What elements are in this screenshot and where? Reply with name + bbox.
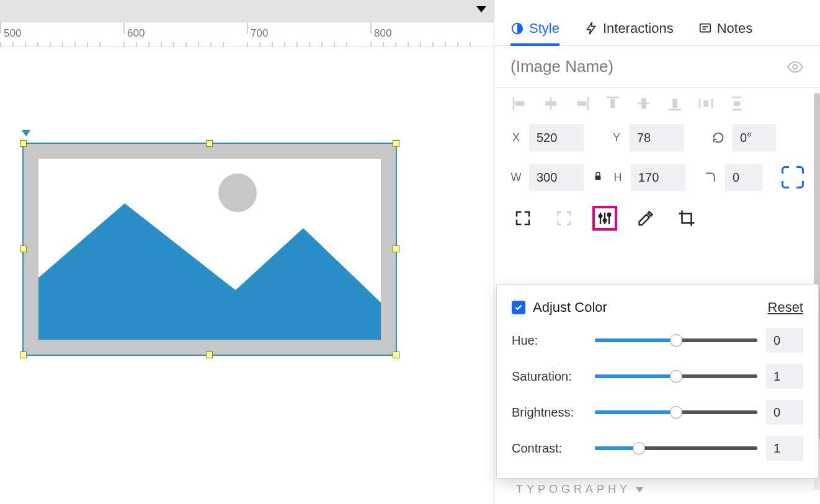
svg-rect-8 [577, 101, 587, 106]
tab-notes[interactable]: Notes [698, 11, 752, 45]
brightness-label: Brightness: [512, 405, 586, 420]
horizontal-ruler: 500 600 700 800 [0, 22, 494, 47]
svg-rect-18 [733, 97, 742, 99]
resize-handle-top-right[interactable] [393, 140, 399, 147]
brightness-row: Brightness: 0 [512, 400, 803, 425]
reset-button[interactable]: Reset [768, 299, 803, 316]
contrast-slider[interactable] [595, 442, 757, 454]
resize-handle-bottom-middle[interactable] [206, 351, 213, 358]
brightness-slider[interactable] [595, 406, 757, 418]
toolbar-dropdown-caret-icon[interactable] [476, 6, 486, 12]
distribute-h-icon[interactable] [697, 94, 715, 113]
lightning-icon [584, 22, 598, 35]
hue-slider[interactable] [595, 334, 757, 347]
resize-handle-middle-right[interactable] [393, 245, 399, 252]
inspector-tabs: Style Interactions Notes [494, 0, 820, 46]
rotation-icon [711, 131, 725, 144]
align-center-h-icon[interactable] [541, 94, 560, 113]
rotation-indicator-icon[interactable] [22, 130, 30, 136]
lock-aspect-icon[interactable] [591, 170, 605, 185]
y-input[interactable]: 78 [630, 124, 684, 151]
svg-rect-1 [700, 24, 710, 32]
focus-corners-button[interactable] [551, 206, 576, 231]
ruler-label: 600 [127, 27, 145, 40]
contrast-label: Contrast: [512, 441, 586, 456]
svg-rect-4 [515, 101, 525, 106]
width-input[interactable]: 300 [529, 164, 584, 191]
saturation-value[interactable]: 1 [766, 364, 803, 389]
typography-section-header[interactable]: TYPOGRAPHY [516, 483, 643, 496]
adjust-color-checkbox[interactable] [512, 301, 525, 314]
align-bottom-icon[interactable] [666, 94, 684, 113]
svg-point-2 [793, 64, 798, 69]
color-picker-button[interactable] [633, 206, 658, 231]
svg-point-22 [599, 214, 602, 218]
widget-name-row: (Image Name) [494, 46, 820, 88]
resize-handle-top-middle[interactable] [206, 140, 213, 147]
svg-rect-3 [513, 97, 515, 110]
svg-rect-17 [703, 100, 708, 107]
svg-rect-12 [641, 98, 646, 109]
h-label: H [612, 171, 623, 184]
image-tool-row [494, 197, 820, 243]
contrast-row: Contrast: 1 [512, 436, 803, 461]
focus-frame-icon[interactable] [782, 166, 804, 188]
svg-rect-20 [734, 101, 740, 106]
align-top-icon[interactable] [604, 94, 622, 113]
svg-point-24 [608, 213, 611, 216]
x-label: X [510, 131, 522, 144]
svg-rect-19 [733, 109, 742, 111]
tab-notes-label: Notes [717, 20, 752, 37]
size-row: W 300 H 170 0 [494, 157, 820, 197]
contrast-value[interactable]: 1 [766, 436, 803, 461]
svg-rect-6 [545, 101, 556, 106]
svg-rect-10 [610, 99, 615, 108]
selected-image-widget[interactable] [22, 143, 397, 356]
tab-interactions-label: Interactions [603, 20, 674, 37]
resize-handle-top-left[interactable] [20, 140, 27, 147]
ruler-label: 800 [374, 27, 391, 40]
resize-handle-bottom-left[interactable] [20, 351, 27, 358]
corner-radius-input[interactable]: 0 [725, 164, 762, 191]
resize-handle-bottom-right[interactable] [393, 351, 399, 358]
visibility-icon[interactable] [787, 58, 804, 76]
typography-label: TYPOGRAPHY [516, 483, 631, 496]
image-placeholder [38, 159, 381, 340]
resize-handle-middle-left[interactable] [20, 245, 27, 252]
rotation-input[interactable]: 0° [733, 124, 776, 151]
align-center-v-icon[interactable] [635, 94, 653, 113]
hue-label: Hue: [512, 334, 586, 348]
hue-value[interactable]: 0 [766, 328, 803, 353]
svg-rect-16 [711, 99, 713, 108]
svg-rect-9 [607, 97, 619, 99]
adjust-color-popup: Adjust Color Reset Hue: 0 Saturation: 1 … [496, 284, 819, 479]
y-label: Y [611, 131, 622, 144]
x-input[interactable]: 520 [529, 124, 584, 151]
canvas-area[interactable] [0, 47, 494, 504]
svg-rect-13 [669, 109, 681, 111]
adjust-color-button[interactable] [592, 206, 617, 231]
saturation-label: Saturation: [512, 369, 586, 384]
svg-point-23 [604, 219, 607, 222]
distribute-v-icon[interactable] [728, 94, 746, 113]
svg-rect-21 [595, 175, 601, 180]
notes-icon [698, 22, 712, 35]
style-icon [510, 22, 524, 35]
adjust-color-title: Adjust Color [533, 299, 768, 316]
fit-expand-button[interactable] [510, 206, 535, 231]
widget-name-input[interactable]: (Image Name) [510, 57, 787, 76]
height-input[interactable]: 170 [631, 164, 685, 191]
alignment-toolbar [494, 88, 820, 118]
corner-radius-icon [704, 171, 718, 183]
tab-style[interactable]: Style [510, 11, 559, 45]
svg-rect-15 [699, 99, 701, 108]
saturation-slider[interactable] [595, 370, 757, 382]
chevron-down-icon [636, 487, 643, 492]
align-left-icon[interactable] [510, 94, 529, 113]
crop-button[interactable] [674, 206, 699, 231]
align-right-icon[interactable] [573, 94, 591, 113]
tab-style-label: Style [529, 20, 559, 37]
tab-interactions[interactable]: Interactions [584, 11, 674, 45]
brightness-value[interactable]: 0 [766, 400, 803, 425]
ruler-label: 500 [4, 27, 21, 40]
